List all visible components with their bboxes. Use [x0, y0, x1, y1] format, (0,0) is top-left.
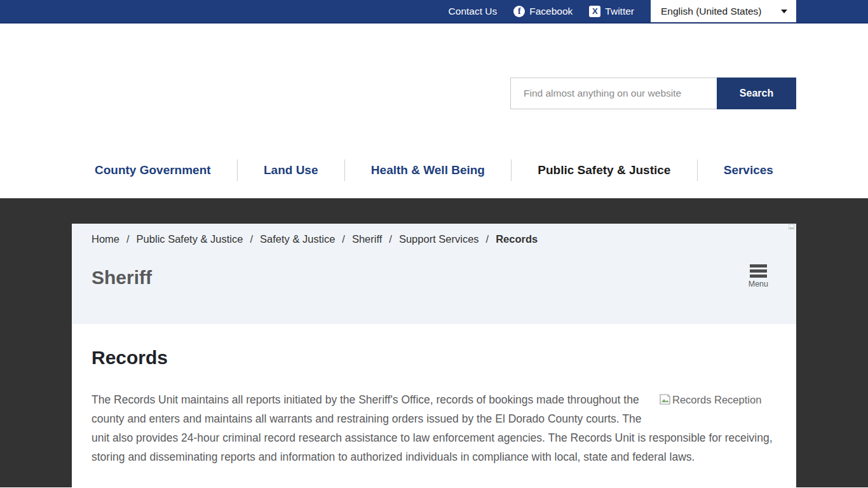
nav-item-health-well-being[interactable]: Health & Well Being [371, 163, 485, 177]
section-title: Sheriff [92, 267, 152, 288]
menu-button-label: Menu [749, 280, 768, 288]
page-title: Records [92, 347, 773, 369]
panel-header: Home/ Public Safety & Justice/ Safety & … [72, 224, 796, 324]
missing-image-placeholder: Records Reception [660, 390, 773, 427]
image-alt-text: Records Reception [672, 394, 761, 405]
breadcrumb-separator: / [250, 233, 253, 245]
twitter-label: Twitter [605, 6, 634, 17]
search-input[interactable] [510, 78, 717, 109]
twitter-link[interactable]: X Twitter [589, 0, 634, 22]
facebook-link[interactable]: f Facebook [513, 0, 573, 22]
search-button[interactable]: Search [717, 78, 796, 109]
nav-item-land-use[interactable]: Land Use [264, 163, 318, 177]
facebook-label: Facebook [529, 6, 573, 17]
top-utility-bar: Contact Us f Facebook X Twitter English … [0, 0, 868, 24]
breadcrumb-public-safety-justice[interactable]: Public Safety & Justice [137, 233, 243, 245]
nav-divider [237, 159, 238, 181]
breadcrumb-support-services[interactable]: Support Services [399, 233, 479, 245]
breadcrumb-safety-justice[interactable]: Safety & Justice [260, 233, 335, 245]
chevron-down-icon [781, 10, 787, 13]
breadcrumb-records-current: Records [496, 233, 538, 245]
nav-divider [511, 159, 512, 181]
breadcrumb-separator: / [342, 233, 345, 245]
nav-item-services[interactable]: Services [724, 163, 773, 177]
nav-divider [344, 159, 345, 181]
facebook-icon: f [513, 6, 525, 17]
nav-divider [697, 159, 698, 181]
nav-item-county-government[interactable]: County Government [95, 163, 211, 177]
breadcrumb-home[interactable]: Home [92, 233, 119, 245]
body-paragraph: Records Reception The Records Unit maint… [92, 390, 773, 466]
language-selector[interactable]: English (United States) [651, 0, 796, 22]
content-panel: Home/ Public Safety & Justice/ Safety & … [72, 224, 796, 487]
site-header: Search [0, 24, 868, 142]
twitter-x-icon: X [589, 6, 600, 17]
section-menu-button[interactable]: Menu [749, 264, 768, 288]
main-navigation: County Government Land Use Health & Well… [72, 142, 796, 198]
site-search: Search [510, 78, 796, 109]
nav-item-public-safety-justice[interactable]: Public Safety & Justice [538, 163, 670, 177]
breadcrumb-separator: / [126, 233, 130, 245]
hamburger-menu-icon [749, 264, 768, 278]
breadcrumb-separator: / [486, 233, 489, 245]
broken-image-icon [789, 224, 795, 231]
page-content: Records Records Reception The Records Un… [72, 324, 796, 466]
language-selected-value: English (United States) [661, 6, 762, 17]
breadcrumb-separator: / [389, 233, 392, 245]
page-backdrop: Home/ Public Safety & Justice/ Safety & … [0, 198, 868, 487]
breadcrumb: Home/ Public Safety & Justice/ Safety & … [92, 233, 768, 245]
breadcrumb-sheriff[interactable]: Sheriff [352, 233, 382, 245]
broken-image-icon [660, 394, 671, 405]
contact-us-link[interactable]: Contact Us [449, 0, 498, 22]
